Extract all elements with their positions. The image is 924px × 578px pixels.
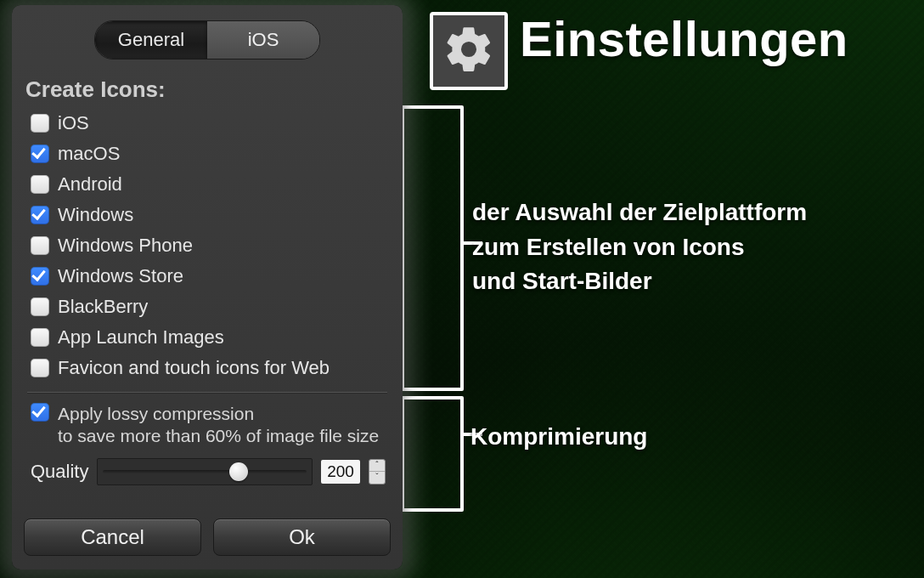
checkbox[interactable] xyxy=(31,359,49,377)
checkbox-label: Favicon and touch icons for Web xyxy=(58,357,330,379)
tab-ios[interactable]: iOS xyxy=(207,21,319,59)
platform-checkbox-row[interactable]: Favicon and touch icons for Web xyxy=(31,354,391,382)
stepper-down[interactable]: ˇ xyxy=(369,472,385,484)
platform-checkbox-row[interactable]: Windows xyxy=(31,201,391,229)
callout-box-platforms xyxy=(401,105,464,391)
callout-box-compression xyxy=(401,396,464,512)
section-title: Create Icons: xyxy=(25,76,403,103)
checkbox-label: Windows Phone xyxy=(58,235,193,257)
stepper-up[interactable]: ˆ xyxy=(369,460,385,473)
checkbox-label: Android xyxy=(58,173,122,196)
platform-checkbox-list: iOSmacOSAndroidWindowsWindows PhoneWindo… xyxy=(12,108,403,383)
button-row: Cancel Ok xyxy=(12,507,403,570)
platform-checkbox-row[interactable]: BlackBerry xyxy=(31,293,391,320)
quality-label: Quality xyxy=(31,461,88,483)
cancel-button[interactable]: Cancel xyxy=(24,518,201,556)
checkbox-label: macOS xyxy=(58,143,120,165)
checkbox[interactable] xyxy=(31,267,49,286)
annotation-platforms: der Auswahl der Zielplattform zum Erstel… xyxy=(472,196,807,299)
annotation-line: der Auswahl der Zielplattform xyxy=(472,196,807,230)
platform-checkbox-row[interactable]: App Launch Images xyxy=(31,324,391,351)
settings-panel: General iOS Create Icons: iOSmacOSAndroi… xyxy=(12,5,403,570)
compression-label: Apply lossy compression to save more tha… xyxy=(58,403,379,448)
gear-icon xyxy=(442,23,495,79)
checkbox-label: BlackBerry xyxy=(58,296,148,318)
ok-button[interactable]: Ok xyxy=(213,518,391,556)
quality-slider[interactable] xyxy=(97,458,313,485)
platform-checkbox-row[interactable]: Windows Store xyxy=(31,263,391,290)
checkbox-label: Windows Store xyxy=(58,265,183,287)
slider-track xyxy=(103,470,307,473)
quality-stepper[interactable]: ˆ ˇ xyxy=(369,459,386,484)
page-title: Einstellungen xyxy=(520,10,848,67)
annotation-compression: Komprimierung xyxy=(470,423,647,450)
compression-line1: Apply lossy compression xyxy=(58,403,379,425)
platform-checkbox-row[interactable]: Android xyxy=(31,171,391,198)
tab-general[interactable]: General xyxy=(95,21,207,59)
checkbox[interactable] xyxy=(31,328,49,347)
quality-value[interactable]: 200 xyxy=(321,460,360,484)
platform-checkbox-row[interactable]: macOS xyxy=(31,140,391,167)
checkbox-label: App Launch Images xyxy=(58,326,224,348)
settings-gear-box xyxy=(430,12,508,90)
annotation-line: und Start-Bilder xyxy=(472,264,807,299)
checkbox[interactable] xyxy=(31,298,49,316)
tab-bar: General iOS xyxy=(94,20,320,60)
checkbox[interactable] xyxy=(31,144,49,163)
checkbox[interactable] xyxy=(31,114,49,133)
compression-checkbox[interactable] xyxy=(31,403,49,422)
compression-row[interactable]: Apply lossy compression to save more tha… xyxy=(12,398,403,448)
slider-thumb[interactable] xyxy=(229,462,248,481)
platform-checkbox-row[interactable]: Windows Phone xyxy=(31,232,391,259)
checkbox[interactable] xyxy=(31,236,49,255)
checkbox[interactable] xyxy=(31,206,49,224)
checkbox[interactable] xyxy=(31,175,49,194)
divider xyxy=(27,392,387,393)
quality-row: Quality 200 ˆ ˇ xyxy=(12,458,403,485)
annotation-line: zum Erstellen von Icons xyxy=(472,230,807,265)
checkbox-label: iOS xyxy=(58,112,89,134)
compression-line2: to save more than 60% of image file size xyxy=(58,425,379,447)
platform-checkbox-row[interactable]: iOS xyxy=(31,110,391,137)
checkbox-label: Windows xyxy=(58,204,133,226)
